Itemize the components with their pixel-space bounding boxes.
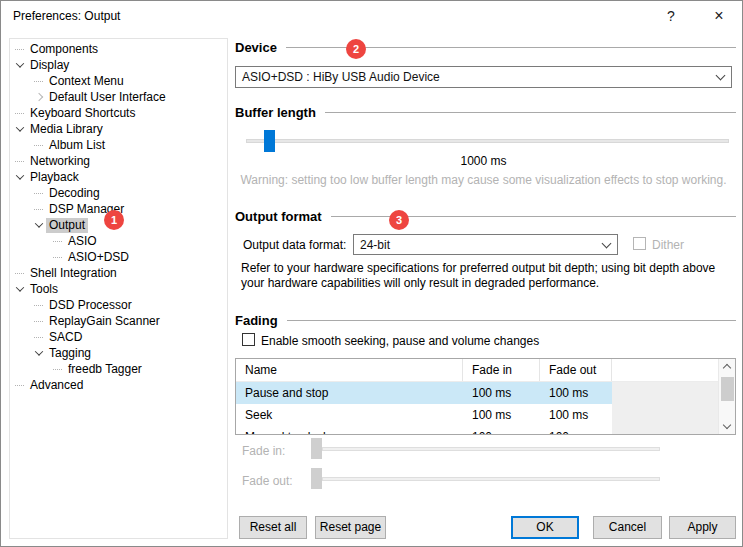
fade-out-slider-thumb[interactable]: [311, 468, 322, 489]
column-header-name[interactable]: Name: [236, 359, 463, 381]
sidebar-tree-item[interactable]: Decoding: [10, 185, 227, 201]
column-header-fade-in[interactable]: Fade in: [463, 359, 540, 381]
sidebar-tree-item[interactable]: Display: [10, 57, 227, 73]
table-row[interactable]: Manual track change 100 ms 100 ms: [236, 426, 718, 434]
tree-item-label: Keyboard Shortcuts: [27, 106, 138, 121]
dither-label: Dither: [652, 238, 684, 252]
output-data-format-dropdown[interactable]: 24-bit: [353, 234, 618, 255]
sidebar-tree-item[interactable]: Components: [10, 41, 227, 57]
sidebar-tree-item[interactable]: ReplayGain Scanner: [10, 313, 227, 329]
device-dropdown[interactable]: ASIO+DSD : HiBy USB Audio Device: [235, 66, 732, 88]
buffer-section-heading: Buffer length: [235, 105, 736, 119]
sidebar-tree-item[interactable]: Keyboard Shortcuts: [10, 105, 227, 121]
tree-item-label: Shell Integration: [27, 266, 120, 281]
sidebar-tree-item[interactable]: ASIO: [10, 233, 227, 249]
output-format-section-heading: Output format: [235, 209, 736, 223]
tree-item-label: Display: [27, 58, 72, 73]
buffer-slider-thumb[interactable]: [264, 130, 275, 152]
tree-connector: [12, 273, 27, 274]
tree-item-label: ReplayGain Scanner: [46, 314, 163, 329]
table-row[interactable]: Seek 100 ms 100 ms: [236, 404, 718, 426]
chevron-down-icon[interactable]: [12, 62, 27, 68]
tree-item-label: Advanced: [27, 378, 86, 393]
table-row[interactable]: Pause and stop 100 ms 100 ms: [236, 382, 718, 404]
apply-button[interactable]: Apply: [669, 516, 736, 539]
scroll-up-icon[interactable]: [723, 364, 731, 372]
sidebar-tree-item[interactable]: Tools: [10, 281, 227, 297]
cell-fade-out: 100 ms: [540, 426, 612, 434]
tree-item-label: SACD: [46, 330, 85, 345]
sidebar-tree-item[interactable]: Default User Interface: [10, 89, 227, 105]
tree-connector: [50, 257, 65, 258]
chevron-right-icon[interactable]: [31, 94, 46, 100]
tree-connector: [31, 321, 46, 322]
tree-item-label: Default User Interface: [46, 90, 169, 105]
device-heading-label: Device: [235, 40, 277, 55]
table-scrollbar[interactable]: [718, 359, 735, 434]
chevron-down-icon[interactable]: [12, 174, 27, 180]
scrollbar-thumb[interactable]: [721, 377, 734, 401]
tree-connector: [12, 385, 27, 386]
tree-item-label: ASIO: [65, 234, 100, 249]
output-format-note: Refer to your hardware specifications fo…: [241, 261, 729, 290]
sidebar-tree-item[interactable]: freedb Tagger: [10, 361, 227, 377]
sidebar-tree-item[interactable]: Context Menu: [10, 73, 227, 89]
chevron-down-icon[interactable]: [31, 350, 46, 356]
sidebar-tree-item[interactable]: Networking: [10, 153, 227, 169]
sidebar-tree-item[interactable]: Tagging: [10, 345, 227, 361]
heading-rule: [287, 320, 736, 321]
preferences-tree: Components Display Context Menu Default …: [9, 38, 228, 539]
sidebar-tree-item[interactable]: Playback: [10, 169, 227, 185]
tree-connector: [12, 161, 27, 162]
cancel-button[interactable]: Cancel: [593, 516, 662, 539]
fade-out-slider-track[interactable]: [322, 477, 660, 481]
ok-button[interactable]: OK: [511, 516, 579, 539]
tree-item-label: freedb Tagger: [65, 362, 145, 377]
sidebar-tree-item[interactable]: Media Library: [10, 121, 227, 137]
tree-item-label: Context Menu: [46, 74, 127, 89]
fading-table-body: Pause and stop 100 ms 100 ms Seek 100 ms…: [236, 382, 718, 434]
output-data-format-label: Output data format:: [243, 238, 346, 252]
column-header-fade-out[interactable]: Fade out: [540, 359, 612, 381]
tree-connector: [12, 49, 27, 50]
sidebar-tree-item[interactable]: Advanced: [10, 377, 227, 393]
sidebar-tree-item[interactable]: SACD: [10, 329, 227, 345]
smooth-seeking-label: Enable smooth seeking, pause and volume …: [261, 334, 539, 348]
sidebar-tree-item[interactable]: DSD Processor: [10, 297, 227, 313]
cell-filler: [612, 382, 718, 404]
dither-checkbox[interactable]: [633, 237, 646, 250]
fade-in-slider-track[interactable]: [322, 447, 660, 451]
tree-item-label: Networking: [27, 154, 93, 169]
output-data-format-value: 24-bit: [360, 238, 390, 252]
tree-connector: [31, 81, 46, 82]
scroll-down-icon[interactable]: [723, 421, 731, 429]
tree-connector: [50, 241, 65, 242]
chevron-down-icon[interactable]: [12, 286, 27, 292]
buffer-warning: Warning: setting too low buffer length m…: [235, 173, 732, 187]
tree-connector: [31, 145, 46, 146]
window-title: Preferences: Output: [13, 1, 120, 31]
sidebar-tree-item[interactable]: ASIO+DSD: [10, 249, 227, 265]
buffer-slider-track[interactable]: [246, 139, 729, 143]
tree-connector: [31, 305, 46, 306]
sidebar-tree-item[interactable]: Shell Integration: [10, 265, 227, 281]
annotation-badge-1: 1: [104, 210, 124, 230]
tree-item-label: Tagging: [46, 346, 94, 361]
reset-all-button[interactable]: Reset all: [239, 516, 307, 539]
chevron-down-icon: [716, 71, 726, 81]
close-icon[interactable]: ×: [699, 1, 739, 31]
tree-connector: [12, 113, 27, 114]
fading-section-heading: Fading: [235, 313, 736, 327]
tree-connector: [31, 337, 46, 338]
sidebar-tree-item[interactable]: Album List: [10, 137, 227, 153]
fade-in-slider-thumb[interactable]: [311, 438, 322, 459]
help-icon[interactable]: ?: [651, 1, 691, 31]
smooth-seeking-checkbox[interactable]: [242, 333, 255, 346]
chevron-down-icon[interactable]: [12, 126, 27, 132]
titlebar: Preferences: Output ? ×: [1, 1, 742, 31]
column-header-filler: [612, 359, 735, 381]
tree-item-label: Media Library: [27, 122, 106, 137]
cell-fade-in: 100 ms: [463, 404, 540, 426]
chevron-down-icon[interactable]: [31, 222, 46, 228]
reset-page-button[interactable]: Reset page: [315, 516, 386, 539]
